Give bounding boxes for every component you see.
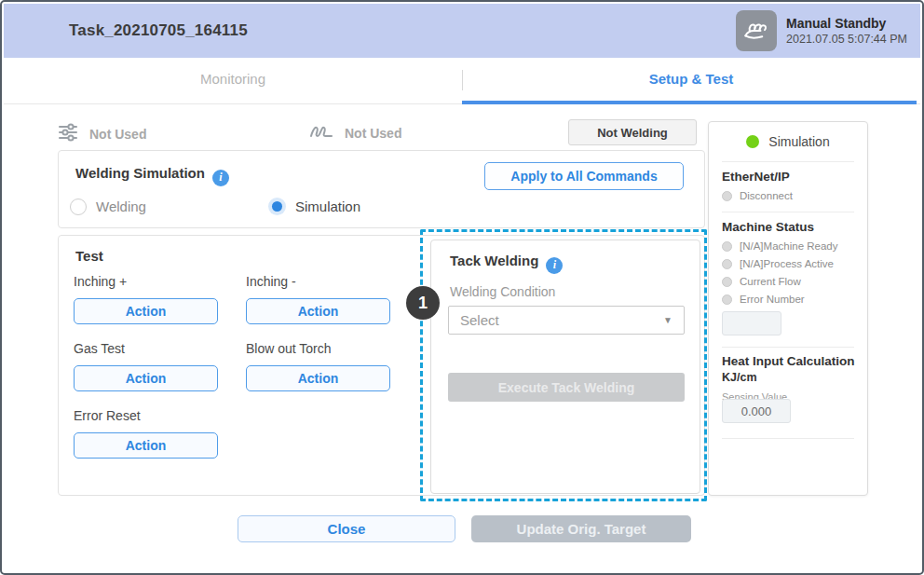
- apply-all-commands-button[interactable]: Apply to All Commands: [484, 162, 684, 190]
- divider: [722, 347, 854, 348]
- divider: [722, 212, 854, 212]
- test-item-error-reset: Error Reset Action: [74, 408, 218, 459]
- test-item-label: Inching -: [246, 274, 390, 289]
- info-icon[interactable]: i: [546, 257, 563, 274]
- inching-plus-action-button[interactable]: Action: [74, 298, 218, 324]
- gray-status-dot-icon: [722, 259, 732, 269]
- heat-input-unit: KJ/cm: [722, 371, 757, 384]
- execute-tack-welding-button[interactable]: Execute Tack Welding: [448, 373, 685, 402]
- not-welding-button[interactable]: Not Welding: [568, 119, 697, 145]
- weld-settings-status: Not Used: [58, 122, 146, 146]
- radio-on-icon: [268, 198, 286, 215]
- weld-settings-label: Not Used: [89, 127, 146, 142]
- info-icon[interactable]: i: [212, 170, 229, 186]
- gray-status-dot-icon: [722, 294, 732, 305]
- tab-divider: [462, 70, 463, 90]
- tack-welding-card: Tack Weldingi Welding Condition Select ▼…: [430, 240, 700, 494]
- weave-settings-label: Not Used: [345, 126, 401, 141]
- radio-simulation[interactable]: Simulation: [268, 198, 360, 215]
- test-item-blow-out-torch: Blow out Torch Action: [246, 341, 390, 391]
- machine-ready-label: [N/A]Machine Ready: [740, 240, 837, 252]
- heat-input-title: Heat Input Calculation: [722, 354, 855, 368]
- machine-status-row: [N/A]Machine Ready: [722, 240, 837, 252]
- error-number-input[interactable]: [722, 311, 781, 335]
- test-item-label: Error Reset: [74, 408, 218, 423]
- title-bar: Task_20210705_164115 Manual Standby 2021…: [4, 4, 920, 58]
- gas-test-action-button[interactable]: Action: [74, 365, 218, 391]
- radio-welding[interactable]: Welding: [70, 198, 268, 215]
- select-value: Select: [460, 312, 499, 328]
- radio-simulation-label: Simulation: [295, 199, 360, 214]
- radio-off-icon: [70, 199, 87, 215]
- error-reset-action-button[interactable]: Action: [74, 432, 218, 459]
- mode-label: Manual Standby: [786, 16, 907, 31]
- current-flow-label: Current Flow: [740, 276, 801, 287]
- machine-status-row: Current Flow: [722, 276, 801, 287]
- machine-status-row: Error Number: [722, 294, 805, 305]
- machine-status-title: Machine Status: [722, 220, 814, 234]
- radio-welding-label: Welding: [96, 199, 146, 214]
- sensing-value-input[interactable]: [722, 399, 791, 423]
- test-item-gas-test: Gas Test Action: [74, 341, 218, 391]
- weave-icon: [309, 122, 333, 144]
- close-button[interactable]: Close: [238, 515, 455, 542]
- test-item-inching-minus: Inching - Action: [246, 274, 390, 324]
- process-active-label: [N/A]Process Active: [740, 258, 834, 269]
- blow-out-torch-action-button[interactable]: Action: [246, 365, 390, 391]
- divider: [722, 161, 854, 162]
- ethernet-status: Disconnect: [740, 190, 793, 201]
- mode-text: Manual Standby 2021.07.05 5:07:44 PM: [786, 16, 907, 46]
- ethernet-title: EtherNet/IP: [722, 170, 790, 184]
- tack-welding-title: Tack Welding: [450, 253, 538, 268]
- ethernet-status-row: Disconnect: [722, 190, 793, 201]
- test-item-label: Inching +: [74, 274, 218, 289]
- test-title: Test: [75, 248, 103, 264]
- chevron-down-icon: ▼: [663, 315, 673, 325]
- tack-welding-title-row: Tack Weldingi: [450, 253, 563, 274]
- welding-simulation-card: Welding Simulationi Apply to All Command…: [58, 150, 705, 228]
- error-number-label: Error Number: [740, 294, 805, 305]
- gray-status-dot-icon: [722, 241, 732, 252]
- inching-minus-action-button[interactable]: Action: [246, 298, 390, 324]
- sidebar-mode-row: Simulation: [709, 134, 867, 149]
- tab-setup-test[interactable]: Setup & Test: [462, 58, 920, 103]
- test-item-label: Blow out Torch: [246, 341, 390, 356]
- gray-status-dot-icon: [722, 191, 732, 201]
- tab-monitoring[interactable]: Monitoring: [4, 58, 462, 103]
- update-orig-target-button[interactable]: Update Orig. Target: [471, 515, 691, 542]
- mode-datetime: 2021.07.05 5:07:44 PM: [786, 33, 907, 46]
- weave-settings-status: Not Used: [309, 122, 401, 144]
- gray-status-dot-icon: [722, 277, 732, 287]
- step-1-badge: 1: [406, 286, 440, 320]
- welding-simulation-title-row: Welding Simulationi: [75, 165, 229, 186]
- welding-simulation-title: Welding Simulation: [75, 165, 205, 181]
- divider: [722, 438, 854, 439]
- green-status-dot-icon: [746, 135, 759, 148]
- welding-condition-label: Welding Condition: [450, 284, 555, 299]
- machine-status-row: [N/A]Process Active: [722, 258, 834, 269]
- status-sidebar: Simulation EtherNet/IP Disconnect Machin…: [708, 121, 868, 496]
- sidebar-mode-label: Simulation: [768, 134, 829, 149]
- robot-mode-status[interactable]: Manual Standby 2021.07.05 5:07:44 PM: [736, 4, 907, 58]
- welding-mode-radio-group: Welding Simulation: [70, 198, 360, 215]
- sliders-icon: [58, 122, 78, 146]
- test-item-label: Gas Test: [74, 341, 218, 356]
- test-item-inching-plus: Inching + Action: [74, 274, 218, 324]
- task-title: Task_20210705_164115: [69, 21, 248, 40]
- active-tab-indicator: [462, 101, 917, 104]
- tab-bar: Monitoring Setup & Test: [4, 58, 920, 104]
- app-window: Task_20210705_164115 Manual Standby 2021…: [0, 0, 924, 575]
- manual-mode-hand-icon: [736, 10, 777, 51]
- welding-condition-select[interactable]: Select ▼: [448, 306, 685, 335]
